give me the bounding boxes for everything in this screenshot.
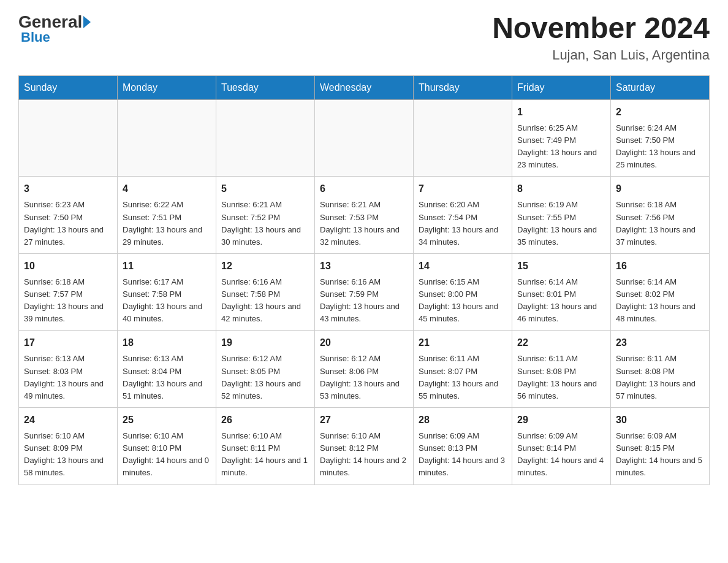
day-info: Sunrise: 6:10 AMSunset: 8:12 PMDaylight:… xyxy=(320,430,408,480)
day-info: Sunrise: 6:12 AMSunset: 8:05 PMDaylight:… xyxy=(221,353,309,402)
day-number: 23 xyxy=(616,335,704,350)
calendar-header: SundayMondayTuesdayWednesdayThursdayFrid… xyxy=(19,75,710,99)
calendar-week-row: 17Sunrise: 6:13 AMSunset: 8:03 PMDayligh… xyxy=(19,331,710,408)
day-number: 26 xyxy=(221,413,309,427)
day-number: 15 xyxy=(517,259,605,274)
day-number: 6 xyxy=(320,182,408,196)
day-of-week-header: Wednesday xyxy=(315,75,414,99)
calendar-cell xyxy=(216,99,315,177)
calendar-cell: 19Sunrise: 6:12 AMSunset: 8:05 PMDayligh… xyxy=(216,331,315,408)
day-number: 14 xyxy=(419,259,507,274)
calendar-cell: 1Sunrise: 6:25 AMSunset: 7:49 PMDaylight… xyxy=(512,99,611,177)
day-info: Sunrise: 6:21 AMSunset: 7:52 PMDaylight:… xyxy=(221,199,309,248)
day-of-week-header: Saturday xyxy=(611,75,710,99)
day-info: Sunrise: 6:11 AMSunset: 8:08 PMDaylight:… xyxy=(517,353,605,402)
day-info: Sunrise: 6:21 AMSunset: 7:53 PMDaylight:… xyxy=(320,199,408,248)
day-info: Sunrise: 6:19 AMSunset: 7:55 PMDaylight:… xyxy=(517,199,605,248)
day-info: Sunrise: 6:14 AMSunset: 8:02 PMDaylight:… xyxy=(616,276,704,326)
calendar-table: SundayMondayTuesdayWednesdayThursdayFrid… xyxy=(18,75,710,485)
day-info: Sunrise: 6:13 AMSunset: 8:03 PMDaylight:… xyxy=(24,353,112,402)
calendar-cell: 20Sunrise: 6:12 AMSunset: 8:06 PMDayligh… xyxy=(315,331,414,408)
day-number: 21 xyxy=(419,335,507,350)
calendar-cell: 2Sunrise: 6:24 AMSunset: 7:50 PMDaylight… xyxy=(611,99,710,177)
calendar-cell: 6Sunrise: 6:21 AMSunset: 7:53 PMDaylight… xyxy=(315,177,414,254)
calendar-cell: 3Sunrise: 6:23 AMSunset: 7:50 PMDaylight… xyxy=(19,177,118,254)
day-number: 7 xyxy=(419,182,507,196)
calendar-cell: 5Sunrise: 6:21 AMSunset: 7:52 PMDaylight… xyxy=(216,177,315,254)
day-info: Sunrise: 6:09 AMSunset: 8:13 PMDaylight:… xyxy=(419,430,507,480)
logo-blue-label: Blue xyxy=(21,29,50,45)
calendar-cell: 12Sunrise: 6:16 AMSunset: 7:58 PMDayligh… xyxy=(216,253,315,331)
day-info: Sunrise: 6:17 AMSunset: 7:58 PMDaylight:… xyxy=(123,276,211,326)
day-info: Sunrise: 6:25 AMSunset: 7:49 PMDaylight:… xyxy=(517,122,605,172)
day-info: Sunrise: 6:14 AMSunset: 8:01 PMDaylight:… xyxy=(517,276,605,326)
calendar-cell: 26Sunrise: 6:10 AMSunset: 8:11 PMDayligh… xyxy=(216,408,315,485)
calendar-cell: 22Sunrise: 6:11 AMSunset: 8:08 PMDayligh… xyxy=(512,331,611,408)
calendar-cell: 9Sunrise: 6:18 AMSunset: 7:56 PMDaylight… xyxy=(611,177,710,254)
day-info: Sunrise: 6:09 AMSunset: 8:15 PMDaylight:… xyxy=(616,430,704,480)
day-info: Sunrise: 6:10 AMSunset: 8:11 PMDaylight:… xyxy=(221,430,309,480)
day-number: 19 xyxy=(221,335,309,350)
day-info: Sunrise: 6:13 AMSunset: 8:04 PMDaylight:… xyxy=(123,353,211,402)
day-number: 20 xyxy=(320,335,408,350)
title-section: November 2024 Lujan, San Luis, Argentina xyxy=(492,12,710,63)
calendar-week-row: 10Sunrise: 6:18 AMSunset: 7:57 PMDayligh… xyxy=(19,253,710,331)
logo: General Blue xyxy=(18,12,91,45)
day-number: 25 xyxy=(123,413,211,427)
calendar-cell: 17Sunrise: 6:13 AMSunset: 8:03 PMDayligh… xyxy=(19,331,118,408)
day-info: Sunrise: 6:12 AMSunset: 8:06 PMDaylight:… xyxy=(320,353,408,402)
day-number: 28 xyxy=(419,413,507,427)
calendar-week-row: 1Sunrise: 6:25 AMSunset: 7:49 PMDaylight… xyxy=(19,99,710,177)
calendar-cell: 21Sunrise: 6:11 AMSunset: 8:07 PMDayligh… xyxy=(414,331,512,408)
calendar-week-row: 24Sunrise: 6:10 AMSunset: 8:09 PMDayligh… xyxy=(19,408,710,485)
calendar-cell: 29Sunrise: 6:09 AMSunset: 8:14 PMDayligh… xyxy=(512,408,611,485)
day-number: 2 xyxy=(616,105,704,120)
calendar-cell: 13Sunrise: 6:16 AMSunset: 7:59 PMDayligh… xyxy=(315,253,414,331)
day-number: 22 xyxy=(517,335,605,350)
calendar-cell: 14Sunrise: 6:15 AMSunset: 8:00 PMDayligh… xyxy=(414,253,512,331)
day-number: 13 xyxy=(320,259,408,274)
day-of-week-header: Sunday xyxy=(19,75,118,99)
day-info: Sunrise: 6:20 AMSunset: 7:54 PMDaylight:… xyxy=(419,199,507,248)
day-number: 16 xyxy=(616,259,704,274)
day-info: Sunrise: 6:22 AMSunset: 7:51 PMDaylight:… xyxy=(123,199,211,248)
day-number: 1 xyxy=(517,105,605,120)
day-number: 30 xyxy=(616,413,704,427)
calendar-body: 1Sunrise: 6:25 AMSunset: 7:49 PMDaylight… xyxy=(19,99,710,484)
day-info: Sunrise: 6:18 AMSunset: 7:57 PMDaylight:… xyxy=(24,276,112,326)
day-number: 9 xyxy=(616,182,704,196)
location-label: Lujan, San Luis, Argentina xyxy=(492,47,710,63)
day-info: Sunrise: 6:10 AMSunset: 8:10 PMDaylight:… xyxy=(123,430,211,480)
calendar-cell: 27Sunrise: 6:10 AMSunset: 8:12 PMDayligh… xyxy=(315,408,414,485)
day-number: 5 xyxy=(221,182,309,196)
day-number: 10 xyxy=(24,259,112,274)
calendar-cell xyxy=(414,99,512,177)
calendar-cell xyxy=(19,99,118,177)
day-info: Sunrise: 6:15 AMSunset: 8:00 PMDaylight:… xyxy=(419,276,507,326)
day-info: Sunrise: 6:10 AMSunset: 8:09 PMDaylight:… xyxy=(24,430,112,480)
calendar-cell: 11Sunrise: 6:17 AMSunset: 7:58 PMDayligh… xyxy=(118,253,216,331)
day-of-week-header: Friday xyxy=(512,75,611,99)
month-title: November 2024 xyxy=(492,12,710,45)
calendar-cell: 23Sunrise: 6:11 AMSunset: 8:08 PMDayligh… xyxy=(611,331,710,408)
calendar-cell: 15Sunrise: 6:14 AMSunset: 8:01 PMDayligh… xyxy=(512,253,611,331)
calendar-cell: 30Sunrise: 6:09 AMSunset: 8:15 PMDayligh… xyxy=(611,408,710,485)
day-number: 29 xyxy=(517,413,605,427)
calendar-cell xyxy=(118,99,216,177)
day-info: Sunrise: 6:11 AMSunset: 8:07 PMDaylight:… xyxy=(419,353,507,402)
day-number: 12 xyxy=(221,259,309,274)
day-of-week-header: Thursday xyxy=(414,75,512,99)
day-info: Sunrise: 6:23 AMSunset: 7:50 PMDaylight:… xyxy=(24,199,112,248)
day-info: Sunrise: 6:24 AMSunset: 7:50 PMDaylight:… xyxy=(616,122,704,172)
day-of-week-header: Tuesday xyxy=(216,75,315,99)
calendar-cell: 18Sunrise: 6:13 AMSunset: 8:04 PMDayligh… xyxy=(118,331,216,408)
day-number: 27 xyxy=(320,413,408,427)
day-number: 11 xyxy=(123,259,211,274)
day-info: Sunrise: 6:09 AMSunset: 8:14 PMDaylight:… xyxy=(517,430,605,480)
day-number: 18 xyxy=(123,335,211,350)
day-info: Sunrise: 6:16 AMSunset: 7:59 PMDaylight:… xyxy=(320,276,408,326)
calendar-cell: 25Sunrise: 6:10 AMSunset: 8:10 PMDayligh… xyxy=(118,408,216,485)
day-number: 24 xyxy=(24,413,112,427)
day-info: Sunrise: 6:16 AMSunset: 7:58 PMDaylight:… xyxy=(221,276,309,326)
calendar-cell: 16Sunrise: 6:14 AMSunset: 8:02 PMDayligh… xyxy=(611,253,710,331)
